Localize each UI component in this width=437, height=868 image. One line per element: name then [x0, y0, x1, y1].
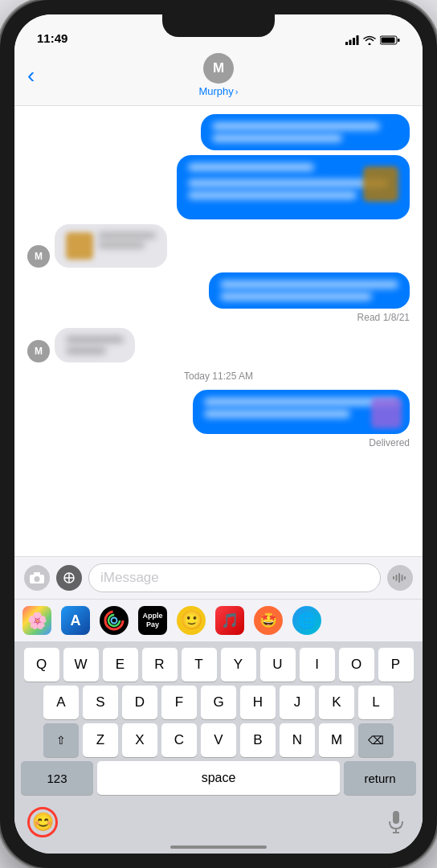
key-H[interactable]: H [240, 686, 276, 719]
wifi-icon [363, 35, 376, 45]
svg-rect-3 [357, 35, 359, 45]
key-N[interactable]: N [280, 723, 315, 757]
contact-name-row: Murphy › [198, 85, 238, 97]
home-bar [170, 845, 267, 849]
key-G[interactable]: G [201, 686, 236, 719]
home-indicator [14, 845, 423, 854]
notch [162, 14, 275, 37]
key-D[interactable]: D [122, 686, 157, 719]
phone-screen: 11:49 [14, 14, 423, 854]
key-S[interactable]: S [83, 686, 118, 719]
message-row [27, 272, 410, 309]
svg-rect-11 [393, 576, 394, 579]
contact-avatar: M [203, 53, 234, 84]
status-icons [345, 35, 400, 45]
apps-icon [63, 571, 76, 584]
keyboard-row-3: ⇧ Z X C V B N M ⌫ [18, 723, 419, 757]
message-row [27, 155, 410, 219]
received-avatar: M [27, 245, 50, 268]
svg-rect-5 [382, 38, 395, 43]
camera-icon [30, 572, 44, 583]
shift-key[interactable]: ⇧ [43, 723, 79, 757]
messages-area: M [14, 106, 423, 556]
appstore-app-icon[interactable]: A [61, 606, 90, 635]
camera-button[interactable] [24, 565, 50, 591]
emoji-icon: 😊 [32, 812, 54, 833]
waveform-icon [392, 570, 408, 586]
key-F[interactable]: F [161, 686, 197, 719]
key-C[interactable]: C [161, 723, 197, 757]
input-bar: iMessage [14, 556, 423, 599]
phone-frame: 11:49 [0, 0, 437, 868]
received-bubble [55, 224, 167, 268]
svg-rect-2 [353, 38, 355, 45]
sent-bubble [201, 114, 410, 150]
activity-app-icon[interactable] [100, 606, 129, 635]
key-V[interactable]: V [201, 723, 236, 757]
key-Y[interactable]: Y [221, 648, 256, 682]
photos-app-icon[interactable]: 🌸 [22, 606, 51, 635]
svg-rect-13 [398, 573, 400, 583]
svg-point-8 [35, 576, 40, 582]
key-Q[interactable]: Q [24, 648, 59, 682]
mic-button[interactable] [382, 809, 410, 836]
sent-bubble-recent [193, 390, 410, 434]
memoji-app-icon[interactable]: 🙂 [177, 606, 206, 635]
svg-rect-9 [34, 572, 40, 575]
svg-rect-0 [345, 42, 348, 45]
microphone-icon [388, 811, 404, 833]
key-B[interactable]: B [240, 723, 276, 757]
emoji-button[interactable]: 😊 [27, 807, 58, 837]
key-E[interactable]: E [103, 648, 138, 682]
key-M[interactable]: M [319, 723, 354, 757]
apps-button[interactable] [56, 565, 82, 591]
key-X[interactable]: X [122, 723, 157, 757]
received-avatar: M [27, 340, 50, 362]
key-U[interactable]: U [260, 648, 296, 682]
sent-bubble-large [177, 155, 410, 219]
globe-app-icon[interactable]: 🌐 [292, 606, 321, 635]
key-I[interactable]: I [300, 648, 335, 682]
message-row: M [27, 224, 410, 268]
key-L[interactable]: L [358, 686, 394, 719]
key-P[interactable]: P [378, 648, 414, 682]
key-W[interactable]: W [63, 648, 99, 682]
backspace-key[interactable]: ⌫ [358, 723, 394, 757]
signal-icon [345, 35, 359, 45]
space-key[interactable]: space [97, 761, 340, 795]
key-J[interactable]: J [280, 686, 315, 719]
contact-name: Murphy [198, 85, 233, 97]
nav-bar: ‹ M Murphy › [14, 50, 423, 106]
svg-rect-14 [402, 575, 403, 581]
back-button[interactable]: ‹ [27, 64, 35, 87]
music-app-icon[interactable]: 🎵 [215, 606, 244, 635]
keyboard-footer: 😊 [14, 802, 423, 845]
received-bubble-small [55, 328, 135, 362]
keyboard: Q W E R T Y U I O P A S D F G H J K [14, 641, 423, 802]
svg-rect-15 [404, 576, 406, 579]
stickers-app-icon[interactable]: 🤩 [254, 606, 283, 635]
contact-chevron: › [235, 87, 239, 96]
key-O[interactable]: O [339, 648, 374, 682]
timestamp-label: Today 11:25 AM [27, 371, 410, 382]
delivered-label: Delivered [27, 437, 410, 448]
nav-center[interactable]: M Murphy › [198, 53, 238, 97]
return-key[interactable]: return [344, 761, 416, 795]
key-R[interactable]: R [142, 648, 178, 682]
keyboard-row-1: Q W E R T Y U I O P [18, 648, 419, 682]
read-label: Read 1/8/21 [27, 312, 410, 323]
num-key[interactable]: 123 [21, 761, 93, 795]
audio-button[interactable] [387, 565, 413, 591]
svg-rect-1 [349, 40, 352, 46]
status-time: 11:49 [37, 31, 67, 45]
applepay-app-icon[interactable]: ApplePay [138, 606, 167, 635]
key-A[interactable]: A [43, 686, 79, 719]
message-input[interactable]: iMessage [88, 563, 381, 592]
keyboard-row-2: A S D F G H J K L [18, 686, 419, 719]
key-K[interactable]: K [319, 686, 354, 719]
message-row [27, 390, 410, 434]
key-Z[interactable]: Z [83, 723, 118, 757]
key-T[interactable]: T [182, 648, 217, 682]
sent-bubble [209, 272, 410, 309]
svg-rect-20 [393, 811, 399, 824]
